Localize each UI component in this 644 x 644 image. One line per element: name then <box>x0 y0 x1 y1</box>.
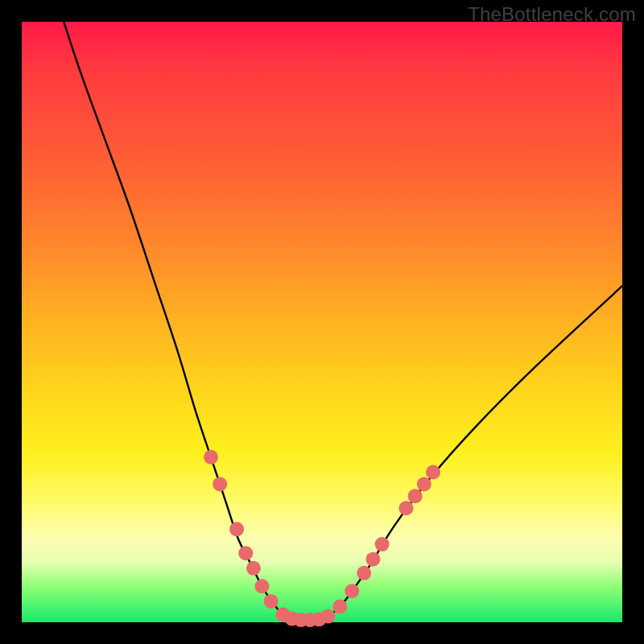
curve-marker <box>246 561 261 576</box>
curve-marker <box>213 477 227 491</box>
bottleneck-curve <box>64 22 622 620</box>
curve-marker <box>254 579 269 593</box>
curve-marker <box>426 465 440 480</box>
curve-marker <box>417 477 431 491</box>
curve-marker <box>204 450 218 464</box>
curve-marker <box>345 584 359 598</box>
chart-svg <box>22 22 622 622</box>
curve-marker <box>375 537 390 551</box>
curve-marker <box>229 522 244 536</box>
chart-frame: TheBottleneck.com <box>0 0 644 644</box>
curve-marker <box>357 566 371 580</box>
curve-marker <box>398 501 413 515</box>
curve-marker <box>320 609 335 624</box>
plot-area <box>22 22 622 622</box>
curve-marker <box>408 489 423 503</box>
curve-marker <box>365 552 380 567</box>
curve-markers <box>204 450 440 627</box>
curve-marker <box>332 600 347 614</box>
curve-marker <box>238 546 253 560</box>
curve-marker <box>264 594 279 609</box>
watermark-text: TheBottleneck.com <box>468 3 636 26</box>
